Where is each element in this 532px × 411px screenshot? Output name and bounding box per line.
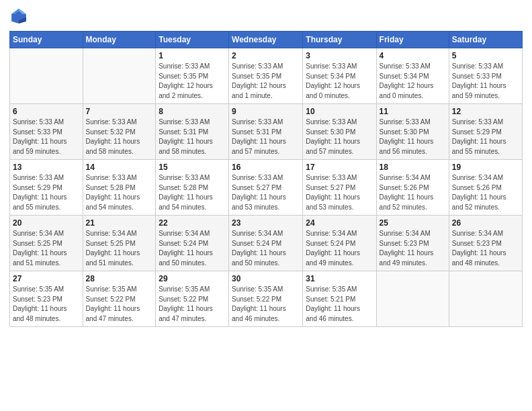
day-number: 13 (13, 163, 80, 172)
day-info: Sunrise: 5:35 AM Sunset: 5:22 PM Dayligh… (86, 285, 153, 324)
calendar-cell: 14Sunrise: 5:33 AM Sunset: 5:28 PM Dayli… (83, 160, 156, 216)
day-info: Sunrise: 5:33 AM Sunset: 5:29 PM Dayligh… (13, 173, 80, 212)
day-info: Sunrise: 5:35 AM Sunset: 5:23 PM Dayligh… (13, 285, 80, 324)
page: SundayMondayTuesdayWednesdayThursdayFrid… (0, 0, 532, 411)
day-number: 10 (306, 107, 373, 116)
day-number: 28 (86, 274, 153, 283)
calendar-cell: 2Sunrise: 5:33 AM Sunset: 5:35 PM Daylig… (229, 48, 303, 104)
calendar-cell: 10Sunrise: 5:33 AM Sunset: 5:30 PM Dayli… (303, 104, 376, 160)
day-info: Sunrise: 5:33 AM Sunset: 5:34 PM Dayligh… (306, 62, 373, 101)
calendar-cell: 29Sunrise: 5:35 AM Sunset: 5:22 PM Dayli… (156, 271, 229, 327)
calendar-cell: 26Sunrise: 5:34 AM Sunset: 5:23 PM Dayli… (449, 216, 522, 271)
day-header-sunday: Sunday (10, 32, 83, 48)
day-info: Sunrise: 5:34 AM Sunset: 5:24 PM Dayligh… (232, 229, 300, 268)
day-number: 2 (232, 51, 300, 60)
calendar-cell: 15Sunrise: 5:33 AM Sunset: 5:28 PM Dayli… (156, 160, 229, 216)
calendar-cell: 13Sunrise: 5:33 AM Sunset: 5:29 PM Dayli… (10, 160, 83, 216)
day-number: 29 (159, 274, 226, 283)
day-info: Sunrise: 5:35 AM Sunset: 5:21 PM Dayligh… (306, 285, 373, 324)
day-info: Sunrise: 5:34 AM Sunset: 5:23 PM Dayligh… (452, 229, 519, 268)
calendar-cell: 23Sunrise: 5:34 AM Sunset: 5:24 PM Dayli… (229, 216, 303, 271)
day-info: Sunrise: 5:34 AM Sunset: 5:23 PM Dayligh… (380, 229, 446, 268)
day-number: 31 (306, 274, 373, 283)
calendar-cell: 22Sunrise: 5:34 AM Sunset: 5:24 PM Dayli… (156, 216, 229, 271)
calendar-cell: 9Sunrise: 5:33 AM Sunset: 5:31 PM Daylig… (229, 104, 303, 160)
day-header-friday: Friday (376, 32, 449, 48)
day-info: Sunrise: 5:33 AM Sunset: 5:28 PM Dayligh… (86, 173, 153, 212)
day-info: Sunrise: 5:33 AM Sunset: 5:35 PM Dayligh… (159, 62, 226, 101)
day-info: Sunrise: 5:33 AM Sunset: 5:31 PM Dayligh… (159, 118, 226, 156)
calendar-week-row: 6Sunrise: 5:33 AM Sunset: 5:33 PM Daylig… (10, 104, 523, 160)
day-header-wednesday: Wednesday (229, 32, 303, 48)
calendar-cell: 27Sunrise: 5:35 AM Sunset: 5:23 PM Dayli… (10, 271, 83, 327)
day-number: 30 (232, 274, 300, 283)
calendar-cell: 28Sunrise: 5:35 AM Sunset: 5:22 PM Dayli… (83, 271, 156, 327)
day-number: 20 (13, 218, 80, 228)
calendar-cell: 25Sunrise: 5:34 AM Sunset: 5:23 PM Dayli… (376, 216, 449, 271)
day-number: 4 (380, 51, 446, 60)
logo-icon (9, 7, 28, 26)
day-number: 7 (86, 107, 153, 116)
day-number: 5 (452, 51, 519, 60)
day-info: Sunrise: 5:34 AM Sunset: 5:26 PM Dayligh… (380, 173, 446, 212)
day-number: 26 (452, 218, 519, 228)
calendar-cell: 17Sunrise: 5:33 AM Sunset: 5:27 PM Dayli… (303, 160, 376, 216)
day-info: Sunrise: 5:33 AM Sunset: 5:33 PM Dayligh… (452, 62, 519, 101)
day-info: Sunrise: 5:34 AM Sunset: 5:25 PM Dayligh… (86, 229, 153, 268)
calendar-week-row: 13Sunrise: 5:33 AM Sunset: 5:29 PM Dayli… (10, 160, 523, 216)
day-number: 12 (452, 107, 519, 116)
day-header-thursday: Thursday (303, 32, 376, 48)
day-info: Sunrise: 5:33 AM Sunset: 5:32 PM Dayligh… (86, 118, 153, 156)
day-info: Sunrise: 5:33 AM Sunset: 5:27 PM Dayligh… (232, 173, 300, 212)
calendar-cell (10, 48, 83, 104)
calendar-cell: 6Sunrise: 5:33 AM Sunset: 5:33 PM Daylig… (10, 104, 83, 160)
calendar-cell: 7Sunrise: 5:33 AM Sunset: 5:32 PM Daylig… (83, 104, 156, 160)
day-number: 14 (86, 163, 153, 172)
day-number: 25 (380, 218, 446, 228)
day-info: Sunrise: 5:33 AM Sunset: 5:33 PM Dayligh… (13, 118, 80, 156)
day-number: 23 (232, 218, 300, 228)
calendar-cell: 8Sunrise: 5:33 AM Sunset: 5:31 PM Daylig… (156, 104, 229, 160)
calendar-cell (449, 271, 522, 327)
day-number: 8 (159, 107, 226, 116)
day-number: 22 (159, 218, 226, 228)
day-number: 27 (13, 274, 80, 283)
calendar-cell: 12Sunrise: 5:33 AM Sunset: 5:29 PM Dayli… (449, 104, 522, 160)
day-number: 16 (232, 163, 300, 172)
calendar-cell: 5Sunrise: 5:33 AM Sunset: 5:33 PM Daylig… (449, 48, 522, 104)
day-info: Sunrise: 5:34 AM Sunset: 5:26 PM Dayligh… (452, 173, 519, 212)
calendar-week-row: 27Sunrise: 5:35 AM Sunset: 5:23 PM Dayli… (10, 271, 523, 327)
day-number: 17 (306, 163, 373, 172)
day-info: Sunrise: 5:33 AM Sunset: 5:30 PM Dayligh… (306, 118, 373, 156)
day-header-tuesday: Tuesday (156, 32, 229, 48)
day-number: 9 (232, 107, 300, 116)
calendar-cell: 4Sunrise: 5:33 AM Sunset: 5:34 PM Daylig… (376, 48, 449, 104)
day-number: 19 (452, 163, 519, 172)
calendar-cell: 18Sunrise: 5:34 AM Sunset: 5:26 PM Dayli… (376, 160, 449, 216)
day-number: 15 (159, 163, 226, 172)
calendar-cell: 1Sunrise: 5:33 AM Sunset: 5:35 PM Daylig… (156, 48, 229, 104)
day-info: Sunrise: 5:33 AM Sunset: 5:28 PM Dayligh… (159, 173, 226, 212)
day-info: Sunrise: 5:33 AM Sunset: 5:34 PM Dayligh… (380, 62, 446, 101)
logo (9, 7, 31, 26)
calendar-cell: 3Sunrise: 5:33 AM Sunset: 5:34 PM Daylig… (303, 48, 376, 104)
day-number: 11 (380, 107, 446, 116)
header (9, 7, 523, 26)
calendar-cell: 16Sunrise: 5:33 AM Sunset: 5:27 PM Dayli… (229, 160, 303, 216)
day-info: Sunrise: 5:33 AM Sunset: 5:31 PM Dayligh… (232, 118, 300, 156)
calendar-cell: 20Sunrise: 5:34 AM Sunset: 5:25 PM Dayli… (10, 216, 83, 271)
calendar-cell: 19Sunrise: 5:34 AM Sunset: 5:26 PM Dayli… (449, 160, 522, 216)
calendar-cell: 30Sunrise: 5:35 AM Sunset: 5:22 PM Dayli… (229, 271, 303, 327)
day-info: Sunrise: 5:33 AM Sunset: 5:35 PM Dayligh… (232, 62, 300, 101)
calendar-cell (376, 271, 449, 327)
day-number: 6 (13, 107, 80, 116)
day-info: Sunrise: 5:33 AM Sunset: 5:30 PM Dayligh… (380, 118, 446, 156)
day-info: Sunrise: 5:34 AM Sunset: 5:24 PM Dayligh… (159, 229, 226, 268)
calendar-cell (83, 48, 156, 104)
calendar-cell: 24Sunrise: 5:34 AM Sunset: 5:24 PM Dayli… (303, 216, 376, 271)
day-number: 3 (306, 51, 373, 60)
day-header-saturday: Saturday (449, 32, 522, 48)
calendar-table: SundayMondayTuesdayWednesdayThursdayFrid… (9, 31, 523, 327)
day-info: Sunrise: 5:34 AM Sunset: 5:25 PM Dayligh… (13, 229, 80, 268)
day-number: 21 (86, 218, 153, 228)
